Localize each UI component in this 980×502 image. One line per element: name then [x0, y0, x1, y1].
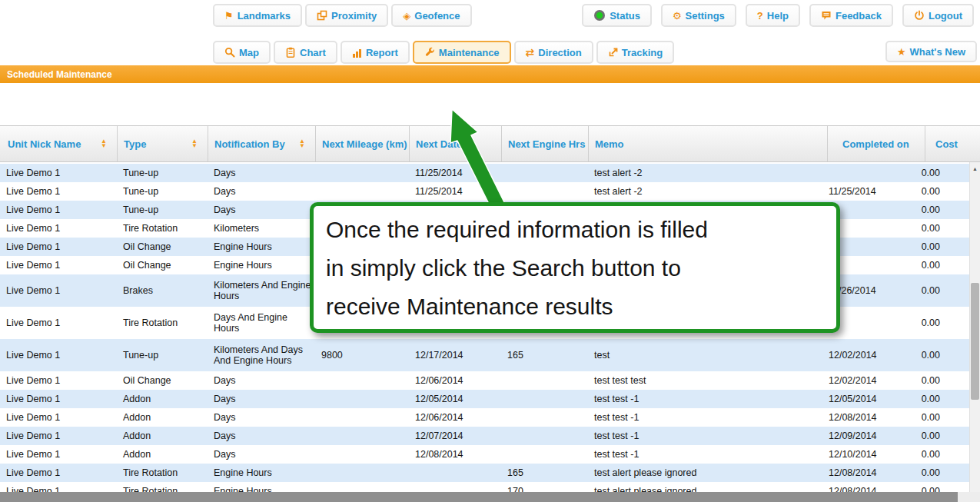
- cell-cost: 0.00: [925, 339, 969, 371]
- geofence-button-label: Geofence: [414, 10, 460, 22]
- column-header-type[interactable]: Type▲▼: [117, 126, 208, 161]
- cell-type: Addon: [117, 390, 208, 408]
- cell-completed-on: 12/08/2014: [827, 408, 925, 427]
- scroll-up-arrow-icon[interactable]: ▲: [972, 166, 978, 171]
- column-header-notification-by[interactable]: Notification By▲▼: [208, 126, 315, 161]
- cell-unit-nick-name: Live Demo 1: [0, 371, 117, 390]
- cell-type: Addon: [117, 427, 208, 445]
- section-title-bar: Scheduled Maintenance: [0, 65, 980, 83]
- column-header-label: Notification By: [214, 138, 285, 150]
- cell-unit-nick-name: Live Demo 1: [0, 256, 117, 274]
- geofence-button[interactable]: ◈ Geofence: [391, 4, 471, 27]
- cell-next-mileage-km: [315, 164, 409, 182]
- tab-direction[interactable]: ⇄ Direction: [514, 41, 593, 64]
- status-circle-icon: [593, 9, 606, 22]
- table-row[interactable]: Live Demo 1AddonDays12/05/2014test test …: [0, 390, 969, 408]
- table-row[interactable]: Live Demo 1AddonDays12/08/2014test test …: [0, 445, 969, 464]
- cell-unit-nick-name: Live Demo 1: [0, 482, 117, 492]
- cell-next-mileage-km: [315, 445, 409, 464]
- cell-next-engine-hrs: 170: [501, 482, 588, 492]
- logout-button[interactable]: Logout: [902, 4, 974, 27]
- horizontal-scrollbar[interactable]: [0, 492, 980, 502]
- cell-cost: 0.00: [925, 201, 969, 219]
- table-row[interactable]: Live Demo 1Tire RotationEngine Hours165t…: [0, 464, 969, 482]
- tab-map-label: Map: [239, 47, 259, 58]
- cell-memo: test: [588, 339, 827, 371]
- cell-unit-nick-name: Live Demo 1: [0, 238, 117, 256]
- cell-unit-nick-name: Live Demo 1: [0, 464, 117, 482]
- cell-next-mileage-km: [315, 390, 409, 408]
- column-header-label: Completed on: [842, 138, 909, 150]
- cell-unit-nick-name: Live Demo 1: [0, 408, 117, 427]
- tab-direction-label: Direction: [538, 47, 581, 58]
- vertical-scrollbar-thumb[interactable]: [971, 283, 979, 400]
- sort-icon[interactable]: ▲▼: [191, 139, 198, 148]
- column-header-label: Unit Nick Name: [8, 138, 81, 150]
- cell-type: Tune-up: [117, 182, 208, 201]
- cell-type: Brakes: [117, 274, 208, 307]
- cell-type: Oil Change: [117, 238, 208, 256]
- cell-notification-by: Days: [208, 445, 315, 464]
- table-row[interactable]: Live Demo 1Oil ChangeDays12/06/2014test …: [0, 371, 969, 390]
- table-row[interactable]: Live Demo 1AddonDays12/06/2014test test …: [0, 408, 969, 427]
- cell-completed-on: [827, 201, 925, 219]
- tab-tracking[interactable]: Tracking: [596, 41, 674, 64]
- cell-cost: 0.00: [925, 408, 969, 427]
- tab-report[interactable]: Report: [341, 41, 410, 64]
- tab-report-label: Report: [366, 47, 398, 58]
- column-header-unit-nick-name[interactable]: Unit Nick Name▲▼: [0, 126, 117, 161]
- table-row[interactable]: Live Demo 1Tune-upKilometers And Days An…: [0, 339, 969, 371]
- gear-icon: ⚙: [673, 11, 682, 21]
- cell-cost: 0.00: [925, 256, 969, 274]
- cell-notification-by: Engine Hours: [208, 238, 315, 256]
- logout-button-label: Logout: [929, 10, 962, 22]
- column-header-label: Type: [124, 138, 146, 150]
- cell-notification-by: Kilometers And Engine Hours: [208, 274, 315, 307]
- column-header-label: Cost: [935, 138, 958, 150]
- cell-notification-by: Days: [208, 164, 315, 182]
- callout-tooltip: Once the required information is filled …: [310, 202, 840, 333]
- sort-icon[interactable]: ▲▼: [299, 139, 305, 148]
- cell-type: Tire Rotation: [117, 219, 208, 238]
- cell-cost: 0.00: [925, 307, 969, 339]
- status-button[interactable]: Status: [582, 4, 652, 27]
- settings-button[interactable]: ⚙ Settings: [661, 4, 736, 27]
- table-row[interactable]: Live Demo 1Tire RotationEngine Hours170t…: [0, 482, 969, 492]
- cell-type: Oil Change: [117, 256, 208, 274]
- top-right-button-group: Status ⚙ Settings ? Help Feedback Logout: [582, 4, 974, 27]
- tab-maintenance[interactable]: Maintenance: [413, 41, 511, 64]
- cell-unit-nick-name: Live Demo 1: [0, 182, 117, 201]
- cell-next-engine-hrs: 165: [501, 339, 588, 371]
- whats-new-button[interactable]: ★ What's New: [885, 41, 977, 62]
- help-button[interactable]: ? Help: [746, 4, 800, 27]
- cell-completed-on: 12/02/2014: [827, 339, 925, 371]
- cell-unit-nick-name: Live Demo 1: [0, 427, 117, 445]
- feedback-button-label: Feedback: [835, 10, 882, 22]
- cell-memo: test alert -2: [588, 182, 827, 201]
- callout-line: Once the required information is filled: [326, 211, 824, 249]
- star-icon: ★: [897, 47, 906, 57]
- tab-map[interactable]: Map: [213, 41, 271, 64]
- cell-completed-on: 12/05/2014: [827, 390, 925, 408]
- page-title: Scheduled Maintenance: [7, 69, 112, 80]
- sort-icon[interactable]: ▲▼: [101, 139, 107, 148]
- horizontal-scrollbar-thumb[interactable]: [0, 492, 958, 502]
- tab-chart[interactable]: Chart: [274, 41, 337, 64]
- cell-type: Addon: [117, 408, 208, 427]
- tab-chart-label: Chart: [300, 47, 326, 58]
- cell-next-date: 12/17/2014: [409, 339, 501, 371]
- vertical-scrollbar[interactable]: ▲: [969, 162, 980, 492]
- cell-completed-on: [827, 219, 925, 238]
- proximity-button[interactable]: Proximity: [305, 4, 388, 27]
- cell-unit-nick-name: Live Demo 1: [0, 307, 117, 339]
- table-row[interactable]: Live Demo 1AddonDays12/07/2014test test …: [0, 427, 969, 445]
- cell-completed-on: 11/25/2014: [827, 182, 925, 201]
- arrow-out-icon: [608, 48, 618, 58]
- status-button-label: Status: [610, 10, 640, 22]
- speech-bubble-icon: [821, 10, 832, 21]
- cell-cost: 0.00: [925, 482, 969, 492]
- cell-next-mileage-km: [315, 371, 409, 390]
- feedback-button[interactable]: Feedback: [809, 4, 893, 27]
- cell-cost: 0.00: [925, 427, 969, 445]
- landmarks-button[interactable]: ⚑ Landmarks: [213, 4, 302, 27]
